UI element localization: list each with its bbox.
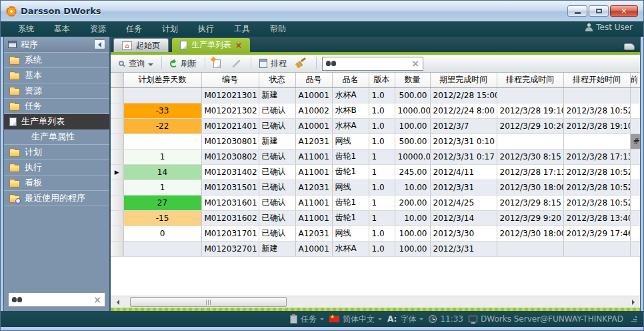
cell-sched-finish[interactable] [497,133,563,149]
cell-status[interactable]: 已确认 [259,164,295,180]
cell-code[interactable]: M012030802 [201,149,259,164]
row-selector-cell[interactable] [111,226,123,241]
cell-part-name[interactable]: 网线 [332,226,369,241]
tab-production-order-list[interactable]: 生产单列表 × [172,38,250,52]
row-selector-cell[interactable] [111,103,123,118]
sidebar-item[interactable]: 执行 [4,160,109,176]
cell-clipped[interactable]: # [630,133,640,149]
cell-code[interactable]: M012021302 [201,103,259,118]
schedule-button[interactable]: 排程 [257,57,289,71]
cell-sched-finish[interactable] [497,87,563,103]
menu-item[interactable]: 帮助 [261,21,295,37]
cell-part-name[interactable]: 水杯A [332,118,369,133]
row-selector-cell[interactable] [111,195,123,210]
cell-part-no[interactable]: A11001 [295,164,332,180]
cell-version[interactable]: 1 [369,149,395,164]
cell-clipped[interactable] [630,118,640,133]
cell-version[interactable]: 1 [369,164,395,180]
cell-qty[interactable]: 100.00 [395,241,430,256]
cell-part-name[interactable]: 网线 [332,133,369,149]
cell-status[interactable]: 已确认 [259,103,295,118]
cell-diff-days[interactable]: -33 [123,103,201,118]
cell-diff-days[interactable]: 27 [123,195,201,210]
cell-status[interactable]: 已确认 [259,180,295,195]
cell-sched-finish[interactable]: 2012/3/30 8:15 [497,149,563,164]
scrollbar-thumb[interactable] [130,297,287,307]
cell-diff-days[interactable]: -22 [123,118,201,133]
cell-clipped[interactable] [630,164,640,180]
cell-code[interactable]: M012031402 [201,164,259,180]
font-dropdown[interactable]: A: 字体 [387,314,423,325]
query-button[interactable]: 查询 [116,57,156,71]
cell-part-no[interactable]: A12031 [295,133,332,149]
table-row[interactable]: 0 M012031701 已确认 A12031 网线 1.0 100.00 20… [111,226,640,241]
cell-sched-finish[interactable]: 2012/3/29 8:15 [497,195,563,210]
cell-part-name[interactable]: 齿轮1 [332,164,369,180]
cell-part-no[interactable]: A12031 [295,180,332,195]
cell-sched-start[interactable] [563,133,630,149]
cell-status[interactable]: 已确认 [259,210,295,226]
cell-qty[interactable]: 10.00 [395,210,430,226]
cell-status[interactable]: 已确认 [259,226,295,241]
cell-status[interactable]: 新建 [259,133,295,149]
language-dropdown[interactable]: 简体中文 [329,314,382,325]
sidebar-item[interactable]: 计划 [4,145,109,160]
column-header-part-name[interactable]: 品名 [332,73,369,87]
cell-sched-start[interactable]: 2012/3/28 10:52 [563,180,630,195]
cell-code[interactable]: M012030801 [201,133,259,149]
cell-expected-finish[interactable]: 2012/2/24 8:00 [430,103,497,118]
cell-part-name[interactable]: 齿轮1 [332,210,369,226]
sidebar-item[interactable]: 看板 [4,176,109,191]
cell-part-no[interactable]: A11001 [295,149,332,164]
cell-qty[interactable]: 1000.00 [395,103,430,118]
cell-part-no[interactable]: A11001 [295,195,332,210]
cell-sched-start[interactable]: 2012/3/28 10:52 [563,195,630,210]
table-row[interactable]: M012021301 新建 A10001 水杯A 1.0 500.00 2012… [111,87,640,103]
cell-sched-finish[interactable]: 2012/3/28 19:10 [497,103,563,118]
column-header-diff-days[interactable]: 计划差异天数 [123,73,201,87]
cell-status[interactable]: 新建 [259,87,295,103]
cell-version[interactable]: 1 [369,210,395,226]
refresh-button[interactable]: 刷新 [167,57,199,71]
sidebar-item[interactable]: 最近使用的程序 [4,191,109,206]
cell-expected-finish[interactable]: 2012/3/31 [430,180,497,195]
cell-expected-finish[interactable]: 2012/2/28 15:00 [430,87,497,103]
cell-version[interactable]: 1 [369,195,395,210]
cell-clipped[interactable] [630,226,640,241]
cell-qty[interactable]: 100.00 [395,118,430,133]
cell-diff-days[interactable]: 14 [123,164,201,180]
sidebar-item[interactable]: 资源 [4,83,109,99]
cell-clipped[interactable] [630,180,640,195]
window-list-icon[interactable] [624,43,635,50]
cell-diff-days[interactable] [123,87,201,103]
toolbar-search-input[interactable] [339,59,408,68]
menu-item[interactable]: 资源 [81,21,115,37]
cell-qty[interactable]: 245.00 [395,164,430,180]
menu-item[interactable]: 基本 [45,21,79,37]
row-selector-cell[interactable] [111,87,123,103]
sidebar-item[interactable]: 生产单列表 [4,114,109,129]
cell-part-name[interactable]: 水杯B [332,103,369,118]
minimize-button[interactable] [567,5,587,17]
menu-item[interactable]: 执行 [189,21,223,37]
row-selector-cell[interactable] [111,210,123,226]
task-dropdown[interactable]: 任务 [290,314,324,325]
cell-part-no[interactable]: A10001 [295,87,332,103]
cell-clipped[interactable] [630,149,640,164]
cell-sched-start[interactable]: 2012/3/28 13:40 [563,210,630,226]
cell-part-name[interactable]: 水杯A [332,87,369,103]
cell-qty[interactable]: 100.00 [395,226,430,241]
scroll-right-button[interactable] [629,296,640,308]
sidebar-collapse-button[interactable] [94,39,105,49]
cell-part-no[interactable]: A12031 [295,226,332,241]
cell-part-name[interactable]: 齿轮1 [332,195,369,210]
menu-item[interactable]: 工具 [225,21,259,37]
column-header-qty[interactable]: 数量 [395,73,430,87]
cell-clipped[interactable] [630,103,640,118]
cell-status[interactable]: 已确认 [259,149,295,164]
row-selector-cell[interactable] [111,149,123,164]
cell-code[interactable]: M012031602 [201,210,259,226]
cell-part-name[interactable]: 水杯A [332,241,369,256]
cell-expected-finish[interactable]: 2012/3/14 [430,210,497,226]
cell-qty[interactable]: 500.00 [395,87,430,103]
